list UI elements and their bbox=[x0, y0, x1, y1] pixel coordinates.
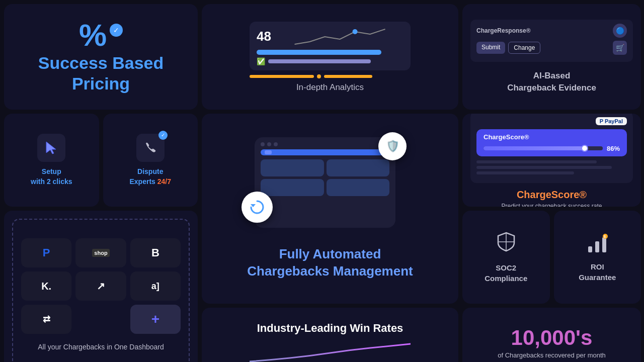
analytics-card: 48 ✅ In- bbox=[202, 4, 458, 110]
svg-rect-5 bbox=[588, 246, 592, 252]
ai-visual: ChargeResponse® 🔵 Submit Change 🛒 bbox=[470, 20, 633, 65]
app-window: 🛡️ bbox=[255, 137, 395, 228]
soc2-card: SOC2 Compliance bbox=[462, 211, 550, 304]
check-badge-dispute: ✓ bbox=[158, 131, 168, 140]
phone-icon bbox=[143, 141, 157, 155]
score-label: ChargeScore® bbox=[484, 133, 529, 141]
thousands-subtitle: of Chargebacks recovered per month bbox=[498, 351, 606, 359]
soc2-label: SOC2 Compliance bbox=[485, 262, 527, 284]
klarna-integration: K. bbox=[21, 272, 71, 301]
plus-integration[interactable]: + bbox=[130, 305, 181, 334]
analytics-visual: 48 ✅ bbox=[250, 22, 411, 82]
chargescore-subtitle: Predict your chargeback success rate bbox=[501, 203, 602, 207]
main-grid: % ✓ Success Based Pricing 48 bbox=[0, 0, 644, 362]
svg-marker-1 bbox=[46, 142, 56, 154]
chargescore-card: P PayPal ChargeScore® 86% bbox=[462, 114, 641, 207]
score-value: 86% bbox=[607, 145, 620, 152]
percent-symbol: % bbox=[79, 20, 107, 51]
score-box: ChargeScore® 86% bbox=[476, 129, 627, 156]
paypal-badge: P PayPal bbox=[596, 117, 627, 125]
svg-point-0 bbox=[352, 29, 357, 34]
win-rates-curve bbox=[250, 339, 411, 362]
phone-icon-box: ✓ bbox=[136, 134, 165, 162]
dispute-card: ✓ Dispute Experts 24/7 bbox=[103, 114, 198, 207]
ai-buttons: Submit Change bbox=[476, 42, 540, 54]
window-content bbox=[255, 149, 395, 196]
thousands-number: 10,000's bbox=[511, 327, 593, 348]
svg-text:$: $ bbox=[604, 235, 606, 239]
svg-rect-6 bbox=[595, 241, 599, 252]
bracket-integration: a] bbox=[130, 272, 181, 301]
automated-card: 🛡️ Fully Automated Chargebacks Managemen… bbox=[202, 114, 458, 304]
shield-soc-icon bbox=[495, 231, 517, 257]
charge-response-label: ChargeResponse® bbox=[476, 27, 531, 34]
window-grid bbox=[261, 159, 389, 196]
refresh-icon bbox=[249, 199, 265, 215]
setup-card: Setup with 2 clicks bbox=[4, 114, 99, 207]
cursor-icon bbox=[43, 140, 59, 156]
setup-label: Setup with 2 clicks bbox=[31, 167, 72, 187]
integrations-label: All your Chargebacks in One Dashboard bbox=[38, 342, 164, 352]
braintree-integration: B bbox=[130, 238, 181, 267]
analytics-label: In-depth Analytics bbox=[296, 82, 364, 93]
pricing-card: % ✓ Success Based Pricing bbox=[4, 4, 198, 110]
analytics-curve-svg bbox=[276, 27, 404, 47]
chargescore-visual: P PayPal ChargeScore® 86% bbox=[470, 114, 633, 183]
automated-title: Fully Automated Chargebacks Management bbox=[247, 246, 413, 280]
check-badge: ✓ bbox=[110, 24, 123, 37]
thousands-card: 10,000's of Chargebacks recovered per mo… bbox=[462, 308, 641, 362]
roi-icon: $ bbox=[586, 232, 608, 256]
window-dots bbox=[255, 137, 395, 149]
integrations-grid: P shop B K. ↗ a bbox=[21, 238, 181, 334]
cursor-icon-box bbox=[37, 134, 65, 162]
ai-icon: 🔵 bbox=[613, 24, 627, 38]
chargescore-title: ChargeScore® bbox=[517, 189, 587, 201]
shopify-integration: shop bbox=[75, 238, 126, 267]
svg-rect-7 bbox=[602, 237, 606, 252]
win-rates-card: Industry-Leading Win Rates bbox=[202, 308, 458, 362]
ai-title: AI-Based Chargeback Evidence bbox=[507, 70, 596, 94]
roi-chart-icon: $ bbox=[586, 232, 608, 254]
dispute-label: Dispute Experts 24/7 bbox=[130, 167, 172, 187]
exchange-integration: ⇄ bbox=[21, 305, 71, 334]
refresh-badge bbox=[242, 192, 273, 223]
basket-icon: 🛒 bbox=[613, 41, 627, 55]
submit-btn[interactable]: Submit bbox=[476, 42, 505, 54]
paypal-integration: P bbox=[21, 238, 71, 267]
automated-visual: 🛡️ bbox=[255, 137, 406, 238]
analytics-number: 48 bbox=[257, 29, 271, 44]
ai-evidence-card: ChargeResponse® 🔵 Submit Change 🛒 AI-Bas… bbox=[462, 4, 641, 110]
integrations-card: P shop B K. ↗ a bbox=[4, 211, 198, 362]
win-rates-title: Industry-Leading Win Rates bbox=[257, 322, 404, 335]
pricing-title: Success Based Pricing bbox=[38, 53, 164, 94]
integrations-inner: P shop B K. ↗ a bbox=[12, 219, 190, 362]
roi-card: $ ROI Guarantee bbox=[554, 211, 641, 304]
change-btn[interactable]: Change bbox=[508, 42, 540, 54]
roi-label: ROI Guarantee bbox=[579, 261, 616, 283]
arrow-integration: ↗ bbox=[75, 272, 126, 301]
setup-dispute-container: Setup with 2 clicks ✓ Dispute Experts 24… bbox=[4, 114, 198, 207]
shield-badge: 🛡️ bbox=[378, 132, 407, 160]
soc-roi-container: SOC2 Compliance $ ROI Guarantee bbox=[462, 211, 641, 304]
soc2-icon bbox=[495, 231, 517, 253]
